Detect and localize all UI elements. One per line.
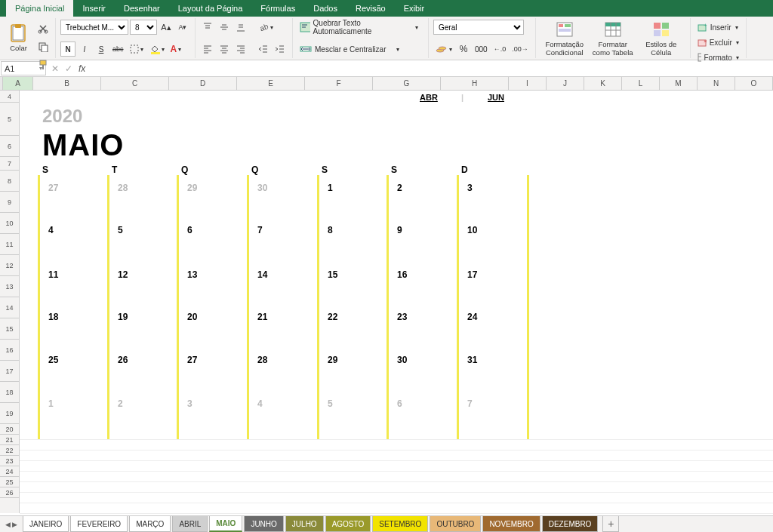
row-header-13[interactable]: 13 — [0, 276, 19, 297]
currency-button[interactable] — [433, 42, 454, 57]
row-header-24[interactable]: 24 — [0, 466, 19, 477]
col-header-B[interactable]: B — [33, 77, 101, 90]
increase-font-button[interactable]: A▴ — [159, 20, 174, 35]
calendar-day[interactable]: 17 — [467, 269, 477, 280]
sheet-tab-janeiro[interactable]: JANEIRO — [23, 516, 69, 532]
calendar-day[interactable]: 21 — [257, 312, 267, 322]
cell-styles-button[interactable]: Estilos de Célula — [637, 19, 685, 58]
format-table-button[interactable]: Formatar como Tabela — [589, 19, 637, 58]
calendar-day[interactable]: 28 — [118, 183, 128, 193]
calendar-day[interactable]: 11 — [48, 269, 58, 280]
align-left-button[interactable] — [200, 42, 215, 57]
underline-button[interactable]: S — [94, 42, 109, 57]
calendar-day[interactable]: 15 — [328, 269, 337, 280]
calendar-day[interactable]: 9 — [397, 225, 402, 235]
accept-formula-icon[interactable]: ✓ — [65, 63, 72, 74]
decrease-font-button[interactable]: A▾ — [175, 20, 190, 35]
calendar-day[interactable]: 10 — [467, 225, 477, 235]
cells-area[interactable]: 2020 MAIO ABR | JUN STQQSSD2728293012345… — [20, 91, 773, 513]
calendar-day[interactable]: 18 — [48, 312, 58, 322]
calendar-day[interactable]: 31 — [467, 355, 477, 365]
sheet-tab-julho[interactable]: JULHO — [285, 516, 324, 532]
calendar-day[interactable]: 27 — [48, 183, 58, 193]
row-header-19[interactable]: 19 — [0, 403, 19, 424]
calendar-day[interactable]: 19 — [118, 312, 128, 322]
percent-button[interactable]: % — [456, 42, 471, 57]
row-header-8[interactable]: 8 — [0, 171, 19, 192]
calendar-day[interactable]: 8 — [328, 225, 333, 235]
format-cells-button[interactable]: Formato — [695, 50, 741, 65]
decrease-decimal-button[interactable]: .00→ — [510, 42, 531, 57]
sheet-tab-dezembro[interactable]: DEZEMBRO — [542, 516, 599, 532]
calendar-day[interactable]: 28 — [257, 355, 267, 365]
row-header-22[interactable]: 22 — [0, 445, 19, 456]
orientation-button[interactable]: ab — [256, 20, 276, 35]
col-header-E[interactable]: E — [237, 77, 305, 90]
row-header-9[interactable]: 9 — [0, 192, 19, 213]
sheet-tab-fevereiro[interactable]: FEVEREIRO — [70, 516, 128, 532]
col-header-K[interactable]: K — [584, 77, 622, 90]
align-right-button[interactable] — [233, 42, 248, 57]
calendar-day[interactable]: 20 — [187, 312, 197, 322]
calendar-day[interactable]: 5 — [118, 225, 123, 235]
row-header-5[interactable]: 5 — [0, 103, 19, 136]
row-header-14[interactable]: 14 — [0, 297, 19, 318]
ribbon-tab-fórmulas[interactable]: Fórmulas — [251, 0, 304, 17]
cancel-formula-icon[interactable]: ✕ — [51, 63, 59, 74]
fx-icon[interactable]: fx — [79, 63, 85, 74]
copy-button[interactable] — [35, 39, 51, 54]
row-header-7[interactable]: 7 — [0, 157, 19, 171]
row-header-16[interactable]: 16 — [0, 340, 19, 361]
formula-input[interactable] — [90, 60, 773, 76]
calendar-day[interactable]: 1 — [48, 398, 54, 409]
bold-button[interactable]: N — [60, 42, 75, 57]
calendar-day[interactable]: 30 — [257, 183, 267, 193]
sheet-tab-agosto[interactable]: AGOSTO — [325, 516, 371, 532]
calendar-day[interactable]: 5 — [328, 398, 333, 409]
font-size-select[interactable]: 8 — [130, 20, 157, 35]
font-name-select[interactable]: Trebuchet M... — [60, 20, 128, 35]
col-header-I[interactable]: I — [509, 77, 547, 90]
col-header-M[interactable]: M — [660, 77, 698, 90]
calendar-day[interactable]: 13 — [187, 269, 197, 280]
next-month-link[interactable]: JUN — [488, 93, 504, 102]
add-sheet-button[interactable]: + — [602, 516, 619, 532]
row-header-23[interactable]: 23 — [0, 456, 19, 466]
calendar-day[interactable]: 24 — [467, 312, 477, 322]
calendar-day[interactable]: 26 — [118, 355, 128, 365]
row-header-21[interactable]: 21 — [0, 435, 19, 445]
row-header-17[interactable]: 17 — [0, 361, 19, 382]
italic-button[interactable]: I — [77, 42, 92, 57]
row-header-4[interactable]: 4 — [0, 91, 19, 103]
col-header-N[interactable]: N — [698, 77, 735, 90]
calendar-day[interactable]: 12 — [118, 269, 128, 280]
align-bottom-button[interactable] — [233, 20, 248, 35]
ribbon-tab-revisão[interactable]: Revisão — [346, 0, 395, 17]
format-painter-button[interactable] — [35, 57, 51, 72]
comma-button[interactable]: 000 — [473, 42, 490, 57]
calendar-day[interactable]: 3 — [187, 398, 192, 409]
calendar-day[interactable]: 27 — [187, 355, 197, 365]
paste-button[interactable]: Colar — [5, 20, 32, 56]
ribbon-tab-página-inicial[interactable]: Página Inicial — [6, 0, 73, 17]
ribbon-tab-dados[interactable]: Dados — [304, 0, 346, 17]
calendar-day[interactable]: 2 — [118, 398, 123, 409]
insert-cells-button[interactable]: +Inserir — [695, 20, 741, 35]
col-header-A[interactable]: A — [3, 77, 33, 90]
calendar-day[interactable]: 22 — [328, 312, 337, 322]
col-header-F[interactable]: F — [305, 77, 373, 90]
col-header-D[interactable]: D — [169, 77, 237, 90]
col-header-G[interactable]: G — [373, 77, 441, 90]
col-header-H[interactable]: H — [441, 77, 509, 90]
number-format-select[interactable]: Geral — [433, 20, 524, 35]
delete-cells-button[interactable]: ×Excluir — [695, 35, 741, 50]
prev-month-link[interactable]: ABR — [420, 93, 438, 102]
calendar-day[interactable]: 7 — [467, 398, 473, 409]
font-color-button[interactable]: A — [168, 42, 184, 57]
wrap-dropdown[interactable] — [408, 20, 423, 35]
wrap-text-button[interactable]: Quebrar Texto Automaticamente — [297, 20, 407, 35]
sheet-tab-abril[interactable]: ABRIL — [172, 516, 208, 532]
align-top-button[interactable] — [200, 20, 215, 35]
row-header-12[interactable]: 12 — [0, 255, 19, 276]
calendar-day[interactable]: 14 — [257, 269, 267, 280]
